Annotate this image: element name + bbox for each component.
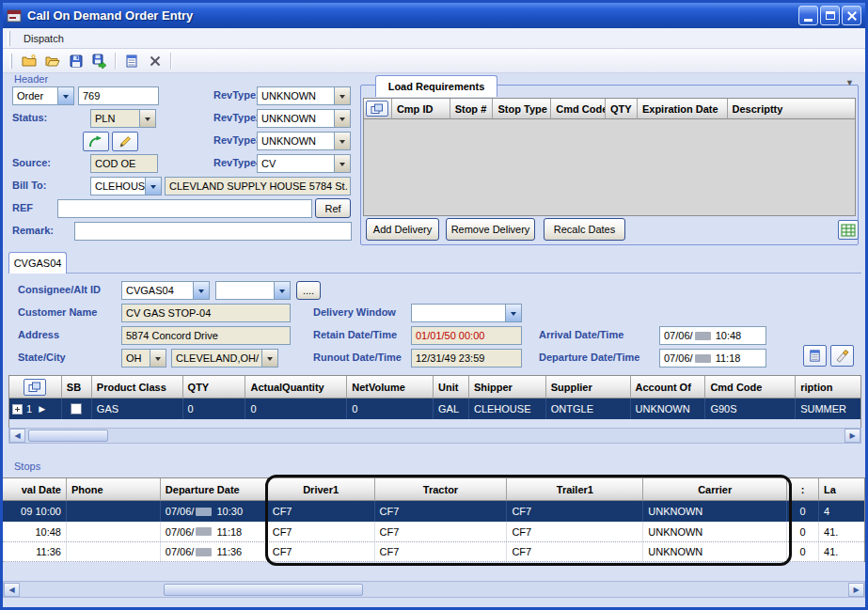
col-header-actual-quantity[interactable]: ActualQuantity	[245, 376, 347, 399]
grid-properties-button[interactable]	[366, 101, 388, 117]
stop-row[interactable]: 11:36 07/06/ 11:36 CF7 CF7 CF7 UNKNOWN 0…	[3, 542, 864, 562]
stop-row[interactable]: 10:48 07/06/ 11:18 CF7 CF7 CF7 UNKNOWN 0…	[3, 522, 864, 542]
col-header-sb[interactable]: SB	[62, 376, 92, 399]
col-header-qty[interactable]: QTY	[183, 376, 246, 399]
col-header-carrier[interactable]: Carrier	[643, 478, 787, 501]
status-select[interactable]: PLN	[90, 109, 156, 128]
scroll-right-icon[interactable]: ▶	[848, 583, 864, 597]
stop-report-button[interactable]	[803, 345, 827, 367]
consignee-more-button[interactable]: ....	[296, 281, 321, 300]
redacted-year	[196, 508, 212, 516]
col-header-supplier[interactable]: Supplier	[546, 376, 631, 399]
ref-input[interactable]	[57, 199, 312, 218]
state-select[interactable]: OH	[121, 349, 166, 368]
menu-dispatch[interactable]: Dispatch	[15, 31, 72, 46]
clear-stop-button[interactable]	[830, 345, 854, 367]
delete-button[interactable]	[143, 51, 166, 71]
departure-field[interactable]: 07/06/ 11:18	[659, 349, 766, 368]
consignee-select[interactable]: CVGAS04	[121, 281, 210, 300]
ref-button[interactable]: Ref	[315, 198, 351, 218]
bottom-scrollbar[interactable]: ◀ ▶	[3, 581, 865, 598]
save-button[interactable]	[64, 51, 87, 71]
product-row[interactable]: 1 ▶ GAS 0 0 0 GAL CLEHOUSE ONTGLE UNKNOW…	[9, 399, 860, 419]
tab-consignee[interactable]: CVGAS04	[8, 252, 67, 274]
col-header-col8[interactable]: :	[787, 478, 819, 501]
consignee-label: Consignee/Alt ID	[18, 284, 101, 295]
delivery-window-select[interactable]	[411, 304, 522, 322]
chevron-down-icon	[261, 350, 277, 367]
stop-row-selected[interactable]: 09 10:00 07/06/ 10:30 CF7 CF7 CF7 UNKNOW…	[3, 501, 864, 522]
tab-load-requirements[interactable]: Load Requirements	[375, 75, 497, 97]
order-type-select[interactable]: Order	[12, 86, 74, 105]
recalc-dates-button[interactable]: Recalc Dates	[544, 218, 625, 241]
col-header-arrival-date[interactable]: val Date	[3, 478, 67, 501]
alt-id-select[interactable]	[215, 281, 291, 300]
col-header-description[interactable]: ription	[796, 376, 860, 399]
close-button[interactable]	[842, 6, 861, 25]
col-header-qty[interactable]: QTY	[606, 99, 638, 119]
chevron-down-icon	[334, 133, 350, 149]
remark-input[interactable]	[74, 222, 352, 241]
open-button[interactable]	[40, 51, 64, 71]
scrollbar-thumb[interactable]	[164, 584, 363, 596]
toolbar-separator	[115, 53, 116, 70]
col-header-cmd-code[interactable]: Cmd Code	[551, 99, 606, 119]
maximize-button[interactable]	[820, 6, 840, 25]
city-value: CLEVELAND,OH/	[172, 350, 261, 367]
green-arrow-icon	[88, 135, 103, 149]
edit-order-button[interactable]	[112, 132, 138, 151]
grid-properties-button[interactable]	[24, 379, 46, 396]
order-number-input[interactable]: 769	[78, 86, 159, 105]
minimize-button[interactable]	[798, 6, 818, 25]
products-scrollbar[interactable]: ◀ ▶	[8, 428, 861, 444]
new-button[interactable]	[17, 51, 40, 71]
col-header-la[interactable]: La	[819, 478, 864, 501]
scrollbar-thumb[interactable]	[28, 430, 108, 442]
departure-time: 11:18	[716, 352, 741, 364]
revtype3-select[interactable]: UNKNOWN	[257, 132, 351, 150]
col-header-expiration-date[interactable]: Expiration Date	[638, 99, 728, 119]
add-delivery-button[interactable]: Add Delivery	[366, 218, 439, 241]
scroll-left-icon[interactable]: ◀	[4, 583, 20, 597]
col-header-cmd-code[interactable]: Cmd Code	[705, 376, 796, 399]
cell-phone	[67, 501, 161, 522]
col-header-net-volume[interactable]: NetVolume	[347, 376, 434, 399]
col-header-tractor[interactable]: Tractor	[375, 478, 508, 501]
col-header-product-class[interactable]: Product Class	[92, 376, 183, 399]
scroll-right-icon[interactable]: ▶	[844, 429, 860, 443]
address-field: 5874 Concord Drive	[121, 326, 291, 345]
revtype1-select[interactable]: UNKNOWN	[257, 86, 351, 105]
report-button[interactable]	[119, 51, 143, 71]
cell-carrier: UNKNOWN	[643, 501, 787, 522]
col-header-cmp-id[interactable]: Cmp ID	[392, 99, 450, 119]
revtype2-select[interactable]: UNKNOWN	[257, 109, 351, 128]
col-header-stop-type[interactable]: Stop Type	[493, 99, 551, 119]
panel-collapse-icon[interactable]: ▼	[845, 78, 854, 87]
add-grid-button[interactable]	[838, 220, 859, 240]
col-header-driver1[interactable]: Driver1	[268, 478, 375, 501]
col-header-account-of[interactable]: Account Of	[631, 376, 706, 399]
col-header-trailer1[interactable]: Trailer1	[507, 478, 643, 501]
scroll-left-icon[interactable]: ◀	[9, 429, 25, 443]
col-header-departure-date[interactable]: Departure Date	[161, 478, 268, 501]
col-header-stop-num[interactable]: Stop #	[450, 99, 494, 119]
revtype4-select[interactable]: CV	[257, 154, 351, 173]
chevron-down-icon	[334, 87, 350, 104]
billto-select[interactable]: CLEHOUSE	[90, 177, 162, 196]
copy-order-button[interactable]	[83, 132, 109, 151]
col-header-phone[interactable]: Phone	[67, 478, 161, 501]
col-header-unit[interactable]: Unit	[434, 376, 469, 399]
sb-checkbox[interactable]	[71, 403, 82, 414]
delivery-window-label: Delivery Window	[313, 306, 396, 318]
eraser-icon	[835, 349, 849, 363]
city-select[interactable]: CLEVELAND,OH/	[171, 349, 278, 368]
chevron-down-icon	[334, 110, 350, 127]
col-header-description[interactable]: Descriptty	[728, 99, 855, 119]
arrival-field[interactable]: 07/06/ 10:48	[659, 326, 766, 345]
col-header-shipper[interactable]: Shipper	[469, 376, 546, 399]
retain-label: Retain Date/Time	[313, 329, 397, 340]
cards-icon	[28, 382, 41, 393]
remove-delivery-button[interactable]: Remove Delivery	[446, 218, 535, 241]
expand-row-icon[interactable]	[12, 404, 23, 414]
save-export-button[interactable]	[87, 51, 111, 71]
